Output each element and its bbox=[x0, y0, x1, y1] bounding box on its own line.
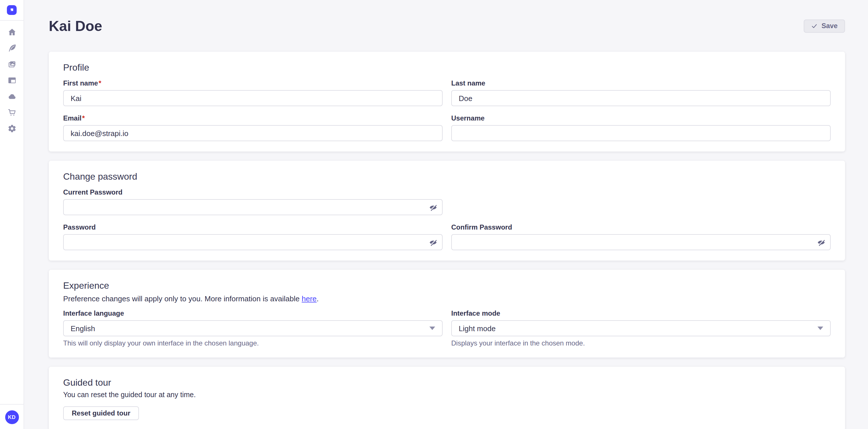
toggle-confirm-password-visibility-button[interactable] bbox=[816, 237, 826, 248]
feather-icon bbox=[7, 44, 17, 55]
save-button[interactable]: Save bbox=[804, 19, 845, 32]
user-avatar[interactable]: KD bbox=[5, 410, 19, 424]
cloud-icon bbox=[7, 92, 17, 103]
confirm-password-input-wrap bbox=[451, 234, 831, 250]
password-label: Password bbox=[63, 223, 443, 232]
empty-grid-cell bbox=[451, 188, 831, 215]
experience-description: Preference changes will apply only to yo… bbox=[63, 294, 831, 304]
username-field-group: Username bbox=[451, 114, 831, 141]
app-window: KD Kai Doe Save Profile First name* Last… bbox=[0, 0, 868, 429]
guided-tour-description: You can reset the guided tour at any tim… bbox=[63, 390, 831, 399]
first-name-input[interactable] bbox=[63, 90, 443, 106]
guided-tour-title: Guided tour bbox=[63, 377, 831, 389]
sidebar-item-content-manager[interactable] bbox=[6, 45, 18, 54]
experience-title: Experience bbox=[63, 280, 831, 292]
current-password-input[interactable] bbox=[63, 199, 443, 215]
save-button-label: Save bbox=[822, 22, 838, 30]
interface-language-field-group: Interface language English This will onl… bbox=[63, 309, 443, 347]
current-password-field-group: Current Password bbox=[63, 188, 443, 215]
images-icon bbox=[7, 60, 17, 71]
password-fields: Current Password Pass bbox=[63, 188, 831, 250]
interface-language-value: English bbox=[71, 324, 95, 333]
main-content: Kai Doe Save Profile First name* Last na… bbox=[24, 0, 868, 429]
cart-icon bbox=[7, 108, 17, 120]
sidebar-item-deploy[interactable] bbox=[6, 93, 18, 102]
last-name-input[interactable] bbox=[451, 90, 831, 106]
sidebar: KD bbox=[0, 0, 24, 429]
password-input-wrap bbox=[63, 234, 443, 250]
password-field-group: Password bbox=[63, 223, 443, 250]
interface-language-hint: This will only display your own interfac… bbox=[63, 339, 443, 347]
password-input[interactable] bbox=[63, 234, 443, 250]
experience-card: Experience Preference changes will apply… bbox=[49, 270, 845, 358]
chevron-down-icon bbox=[817, 327, 823, 330]
sidebar-item-media-library[interactable] bbox=[6, 61, 18, 70]
interface-mode-select[interactable]: Light mode bbox=[451, 320, 831, 336]
page-header: Kai Doe Save bbox=[49, 0, 845, 36]
username-label: Username bbox=[451, 114, 831, 123]
sidebar-item-home[interactable] bbox=[6, 29, 18, 38]
first-name-field-group: First name* bbox=[63, 79, 443, 106]
guided-tour-card: Guided tour You can reset the guided tou… bbox=[49, 367, 845, 429]
reset-guided-tour-button[interactable]: Reset guided tour bbox=[63, 406, 139, 420]
experience-fields: Interface language English This will onl… bbox=[63, 309, 831, 347]
toggle-password-visibility-button[interactable] bbox=[428, 237, 438, 248]
strapi-logo-button[interactable] bbox=[0, 0, 24, 21]
email-input[interactable] bbox=[63, 125, 443, 141]
page-title: Kai Doe bbox=[49, 16, 102, 36]
sidebar-item-marketplace[interactable] bbox=[6, 109, 18, 118]
email-label: Email* bbox=[63, 114, 443, 123]
email-field-group: Email* bbox=[63, 114, 443, 141]
current-password-label: Current Password bbox=[63, 188, 443, 197]
chevron-down-icon bbox=[429, 327, 435, 330]
sidebar-item-settings[interactable] bbox=[6, 125, 18, 134]
first-name-label: First name* bbox=[63, 79, 443, 88]
required-asterisk: * bbox=[98, 79, 101, 87]
interface-mode-label: Interface mode bbox=[451, 309, 831, 318]
layout-icon bbox=[7, 76, 17, 87]
confirm-password-field-group: Confirm Password bbox=[451, 223, 831, 250]
interface-language-select[interactable]: English bbox=[63, 320, 443, 336]
last-name-field-group: Last name bbox=[451, 79, 831, 106]
check-icon bbox=[811, 23, 817, 29]
username-input[interactable] bbox=[451, 125, 831, 141]
gear-icon bbox=[7, 124, 17, 135]
avatar-box: KD bbox=[0, 404, 24, 429]
change-password-card: Change password Current Password bbox=[49, 161, 845, 261]
sidebar-item-content-type-builder[interactable] bbox=[6, 77, 18, 86]
required-asterisk: * bbox=[82, 114, 85, 122]
profile-card: Profile First name* Last name Email* Use… bbox=[49, 52, 845, 152]
eye-slash-icon bbox=[429, 203, 437, 211]
interface-language-label: Interface language bbox=[63, 309, 443, 318]
home-icon bbox=[7, 28, 17, 39]
current-password-input-wrap bbox=[63, 199, 443, 215]
confirm-password-label: Confirm Password bbox=[451, 223, 831, 232]
confirm-password-input[interactable] bbox=[451, 234, 831, 250]
more-information-link[interactable]: here bbox=[302, 294, 317, 303]
last-name-label: Last name bbox=[451, 79, 831, 88]
change-password-title: Change password bbox=[63, 171, 831, 183]
eye-slash-icon bbox=[429, 238, 437, 246]
profile-fields: First name* Last name Email* Username bbox=[63, 79, 831, 141]
interface-mode-field-group: Interface mode Light mode Displays your … bbox=[451, 309, 831, 347]
strapi-logo-icon bbox=[7, 5, 17, 15]
eye-slash-icon bbox=[817, 238, 825, 246]
interface-mode-hint: Displays your interface in the chosen mo… bbox=[451, 339, 831, 347]
profile-card-title: Profile bbox=[63, 62, 831, 73]
sidebar-nav bbox=[6, 21, 18, 134]
interface-mode-value: Light mode bbox=[459, 324, 496, 333]
toggle-current-password-visibility-button[interactable] bbox=[428, 202, 438, 212]
